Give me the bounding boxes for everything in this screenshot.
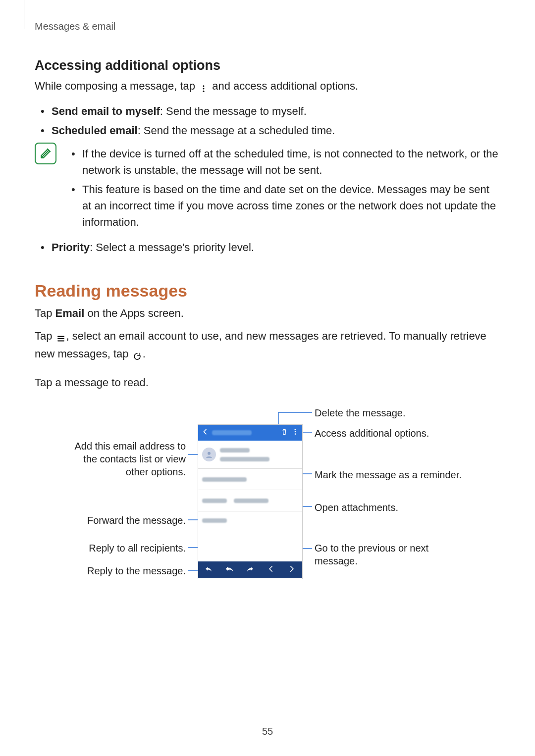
svg-point-15	[208, 452, 211, 455]
subheading-accessing-options: Accessing additional options	[35, 58, 500, 73]
note-item-2: This feature is based on the time and da…	[67, 181, 500, 230]
paragraph-select-account: Tap , select an email account to use, an…	[35, 328, 500, 364]
running-head: Messages & email	[35, 21, 500, 32]
p1-bold: Email	[55, 307, 85, 319]
bullet-priority: Priority: Select a message's priority le…	[35, 239, 500, 255]
bullet-scheduled-email: Scheduled email: Send the message at a s…	[35, 122, 500, 139]
note-icon	[35, 143, 56, 164]
page-number: 55	[0, 726, 535, 737]
refresh-icon	[132, 348, 143, 364]
phone-body	[198, 529, 302, 589]
p2-post: .	[143, 348, 146, 360]
callout-prev-next: Go to the previous or next message.	[315, 542, 443, 567]
reply-icon[interactable]	[204, 564, 213, 575]
svg-point-12	[295, 429, 296, 430]
phone-mock	[198, 425, 302, 578]
p2-pre: Tap	[35, 330, 55, 342]
delete-icon[interactable]	[280, 428, 288, 438]
paragraph-tap-email: Tap Email on the Apps screen.	[35, 305, 500, 321]
phone-attachment-row[interactable]	[198, 490, 302, 511]
page-edge-rule	[24, 0, 24, 29]
p2-mid: , select an email account to use, and ne…	[35, 330, 486, 360]
callout-options: Access additional options.	[315, 427, 429, 440]
phone-meta-row	[198, 511, 302, 529]
svg-point-1	[203, 88, 205, 90]
note-block: If the device is turned off at the sched…	[35, 143, 500, 234]
bullet-text: : Select a message's priority level.	[90, 241, 254, 253]
intro-paragraph: While composing a message, tap and acces…	[35, 78, 500, 96]
contact-avatar-icon[interactable]	[202, 448, 216, 461]
svg-point-13	[295, 431, 296, 433]
reply-all-icon[interactable]	[225, 564, 234, 575]
previous-message-icon[interactable]	[267, 564, 275, 575]
svg-point-14	[295, 434, 296, 435]
bullet-label: Send email to myself	[52, 105, 160, 117]
note-item-1: If the device is turned off at the sched…	[67, 146, 500, 178]
svg-point-2	[203, 91, 205, 92]
callout-reply: Reply to the message.	[59, 564, 186, 577]
back-icon[interactable]	[201, 428, 209, 438]
phone-subject-row	[198, 469, 302, 490]
callout-star: Mark the message as a reminder.	[315, 468, 462, 481]
bullet-text: : Send the message at a scheduled time.	[138, 124, 335, 137]
bullet-send-to-myself: Send email to myself: Send the message t…	[35, 103, 500, 119]
reading-message-figure: Add this email address to the contacts l…	[54, 405, 481, 593]
bullet-text: : Send the message to myself.	[160, 105, 307, 117]
paragraph-tap-message: Tap a message to read.	[35, 375, 500, 391]
bullet-label: Priority	[52, 241, 90, 253]
p1-pre: Tap	[35, 307, 55, 319]
callout-forward: Forward the message.	[59, 514, 186, 527]
callout-delete: Delete the message.	[315, 406, 405, 419]
menu-list-icon	[55, 330, 66, 346]
phone-sender-row	[198, 441, 302, 469]
svg-point-0	[203, 85, 205, 87]
p1-post: on the Apps screen.	[84, 307, 184, 319]
forward-icon[interactable]	[246, 564, 255, 575]
phone-bottombar	[198, 561, 302, 578]
more-options-icon	[198, 80, 209, 96]
phone-topbar	[198, 425, 302, 441]
intro-pre: While composing a message, tap	[35, 80, 198, 92]
callout-contact: Add this email address to the contacts l…	[59, 440, 186, 478]
intro-post: and access additional options.	[209, 80, 358, 92]
more-options-icon[interactable]	[291, 428, 299, 438]
bullet-label: Scheduled email	[52, 124, 138, 137]
next-message-icon[interactable]	[287, 564, 296, 575]
callout-reply-all: Reply to all recipients.	[59, 542, 186, 554]
section-reading-messages: Reading messages	[35, 281, 500, 301]
callout-attachments: Open attachments.	[315, 501, 398, 514]
